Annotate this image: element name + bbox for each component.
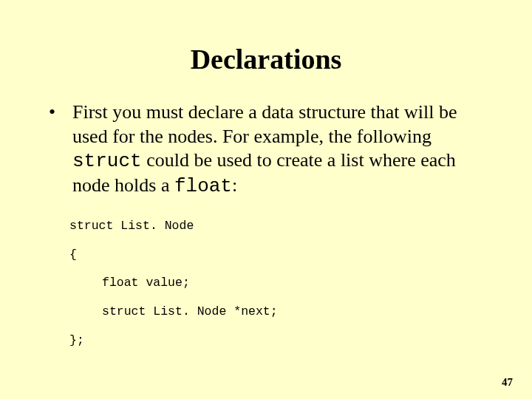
bullet-code-struct: struct bbox=[72, 150, 142, 172]
code-line: float value; bbox=[102, 276, 488, 291]
slide-title: Declarations bbox=[44, 43, 488, 75]
code-block: struct List. Node { float value; struct … bbox=[69, 219, 488, 348]
code-line: { bbox=[69, 248, 488, 263]
bullet-code-float: float bbox=[174, 175, 232, 197]
bullet-list: First you must declare a data structure … bbox=[44, 100, 488, 198]
page-number: 47 bbox=[502, 376, 513, 389]
bullet-text-post: : bbox=[232, 174, 237, 196]
code-line: }; bbox=[69, 333, 488, 349]
slide: Declarations First you must declare a da… bbox=[0, 0, 532, 399]
bullet-item: First you must declare a data structure … bbox=[66, 100, 488, 198]
code-line: struct List. Node bbox=[69, 219, 488, 234]
bullet-text-pre: First you must declare a data structure … bbox=[72, 101, 457, 147]
code-line: struct List. Node *next; bbox=[102, 304, 488, 320]
